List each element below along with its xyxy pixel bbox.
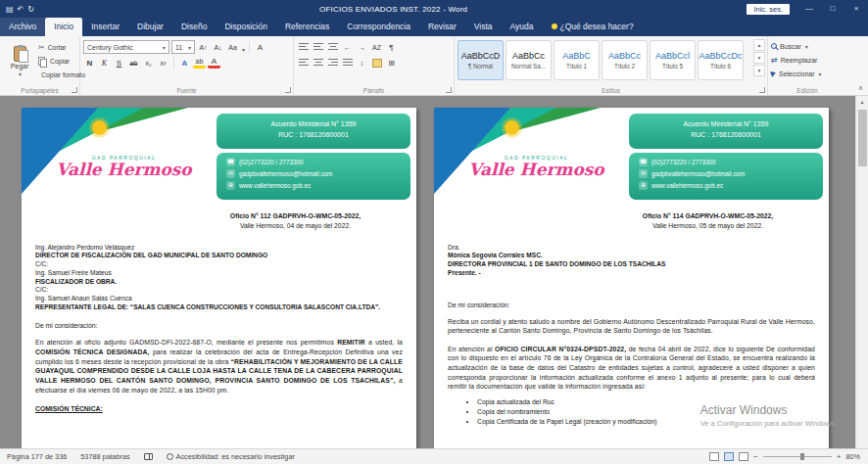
replace-button[interactable]: ⇄ Reemplazar — [771, 53, 844, 67]
gallery-scroll-up-icon[interactable]: ▲ — [753, 39, 765, 51]
clear-formatting-button[interactable]: A — [254, 41, 266, 54]
shrink-font-button[interactable]: A↓ — [212, 41, 224, 54]
strikethrough-button[interactable]: ab — [127, 57, 140, 70]
select-label: Seleccionar — [779, 70, 815, 77]
ribbon-tab[interactable]: Disposición — [216, 18, 275, 36]
ribbon-tab[interactable]: Ayuda — [502, 18, 543, 36]
ribbon-tab[interactable]: Diseño — [172, 18, 216, 36]
paste-button[interactable]: Pegar — [3, 39, 36, 84]
letter-body[interactable]: Oficio N° 114 GADPRVH-O-WMC-05-2022, Val… — [448, 206, 815, 428]
save-icon[interactable]: ▤ — [6, 5, 14, 14]
recipient-line: Dra. — [448, 244, 815, 253]
ribbon-tab[interactable]: Dibujar — [128, 18, 172, 36]
sort-button[interactable]: AZ — [370, 41, 383, 54]
line-spacing-button[interactable]: ↕ — [356, 57, 368, 70]
format-painter-button[interactable]: Copiar formato — [38, 69, 76, 81]
superscript-button[interactable]: x² — [157, 57, 169, 70]
bullet-list-button[interactable] — [297, 41, 310, 54]
dialog-launcher-icon[interactable] — [759, 87, 765, 93]
font-family-select[interactable]: Century Gothic — [83, 40, 169, 54]
dialog-launcher-icon[interactable] — [446, 87, 452, 93]
ribbon-tab[interactable]: Referencias — [276, 18, 338, 36]
globe-icon: ⊕ — [639, 181, 648, 190]
read-mode-button[interactable] — [709, 452, 719, 461]
align-center-button[interactable] — [312, 57, 324, 70]
style-card[interactable]: AaBbCcDc Título 6 — [698, 40, 744, 80]
highlight-color-button[interactable]: ab — [193, 57, 206, 69]
font-size-select[interactable]: 11 — [171, 40, 195, 54]
page-indicator[interactable]: Página 177 de 336 — [0, 452, 73, 461]
search-icon — [771, 43, 777, 49]
zoom-slider-thumb[interactable] — [800, 453, 804, 460]
zoom-slider[interactable] — [763, 456, 832, 457]
accessibility-status[interactable]: Accesibilidad: es necesario investigar — [160, 452, 302, 461]
align-left-button[interactable] — [297, 57, 310, 70]
ribbon-tab[interactable]: Inicio — [45, 18, 82, 36]
align-right-button[interactable] — [326, 57, 339, 70]
editing-group-label: Edición — [768, 87, 846, 94]
gallery-scroll-down-icon[interactable]: ▼ — [753, 52, 765, 64]
document-page-left[interactable]: GAD PARROQUIAL Valle Hermoso Acuerdo Min… — [22, 108, 416, 448]
redo-icon[interactable]: ↻ — [27, 5, 34, 14]
ribbon-tab[interactable]: Revisar — [419, 18, 465, 36]
collapse-ribbon-icon[interactable]: ∧ — [858, 84, 863, 92]
activate-windows-watermark: Activar Windows Ve a Configuración para … — [700, 403, 837, 428]
scroll-up-icon[interactable]: ▲ — [856, 96, 868, 108]
dialog-launcher-icon[interactable] — [285, 87, 291, 93]
letter-body[interactable]: Oficio N° 112 GADPRVH-O-WMC-05-2022, Val… — [35, 206, 403, 412]
cut-button[interactable]: ✂ Cortar — [38, 41, 76, 54]
sun-icon — [505, 120, 519, 135]
show-paragraph-marks-button[interactable]: ¶ — [385, 41, 398, 54]
grow-font-button[interactable]: A↑ — [197, 41, 210, 54]
proofing-status[interactable] — [137, 453, 160, 460]
copy-button[interactable]: Copiar — [38, 55, 76, 68]
ribbon-tab[interactable]: ¿Qué desea hacer? — [543, 18, 643, 36]
italic-button[interactable]: K — [98, 57, 111, 70]
ribbon-tab[interactable]: Vista — [465, 18, 502, 36]
borders-button[interactable]: ⊞ — [385, 57, 398, 70]
ribbon-tab[interactable]: Correspondencia — [338, 18, 419, 36]
zoom-level[interactable]: 80% — [845, 452, 860, 461]
text-effects-button[interactable]: A — [178, 57, 191, 70]
font-color-button[interactable]: A — [208, 57, 220, 69]
ribbon-tab[interactable]: Archivo — [0, 18, 45, 36]
bold-button[interactable]: N — [83, 57, 96, 70]
document-area[interactable]: GAD PARROQUIAL Valle Hermoso Acuerdo Min… — [0, 96, 868, 448]
style-card[interactable]: AaBbCcl Título 5 — [650, 40, 696, 80]
dialog-launcher-icon[interactable] — [72, 87, 77, 93]
gallery-more-icon[interactable]: ▼ — [753, 65, 765, 76]
numbered-list-button[interactable] — [312, 41, 324, 54]
zoom-out-button[interactable]: − — [753, 452, 758, 461]
document-page-right[interactable]: GAD PARROQUIAL Valle Hermoso Acuerdo Min… — [434, 108, 829, 448]
ribbon-tab[interactable]: Insertar — [82, 18, 128, 36]
maximize-button[interactable]: □ — [821, 0, 844, 18]
style-card[interactable]: AaBbCc Título 2 — [602, 40, 648, 80]
web-layout-button[interactable] — [739, 452, 748, 461]
style-card[interactable]: AaBbC Título 1 — [554, 40, 600, 80]
minimize-button[interactable]: — — [797, 0, 821, 18]
underline-button[interactable]: S — [113, 57, 125, 70]
undo-icon[interactable]: ↶ — [18, 5, 24, 14]
change-case-button[interactable]: Aa — [226, 41, 239, 54]
vertical-scrollbar[interactable]: ▲ — [855, 96, 868, 448]
increase-indent-button[interactable]: → — [356, 41, 368, 54]
style-card[interactable]: AaBbCcD ¶ Normal — [458, 40, 504, 80]
contact-box: ☎(02)2773220 / 2773300 ✉gadpbvallehermos… — [629, 153, 823, 200]
sign-in-button[interactable]: Inic. ses. — [747, 4, 790, 15]
decrease-indent-button[interactable]: ← — [341, 41, 354, 54]
proofing-book-icon — [144, 453, 153, 460]
multilevel-list-button[interactable] — [326, 41, 339, 54]
scrollbar-thumb[interactable] — [858, 110, 867, 166]
contact-box: ☎(02)2773220 / 2773300 ✉gadpbvallehermos… — [217, 153, 410, 200]
subscript-button[interactable]: x₂ — [142, 57, 155, 70]
justify-button[interactable] — [341, 57, 354, 70]
zoom-in-button[interactable]: + — [837, 452, 842, 461]
find-button[interactable]: Buscar — [771, 39, 844, 53]
shading-button[interactable] — [370, 57, 383, 70]
word-count[interactable]: 53788 palabras — [73, 452, 136, 461]
close-button[interactable]: × — [844, 0, 868, 18]
style-card[interactable]: AaBbCc Normal Sa... — [506, 40, 552, 80]
select-button[interactable]: Seleccionar — [771, 67, 844, 80]
replace-icon: ⇄ — [771, 56, 778, 65]
print-layout-button[interactable] — [724, 452, 734, 461]
